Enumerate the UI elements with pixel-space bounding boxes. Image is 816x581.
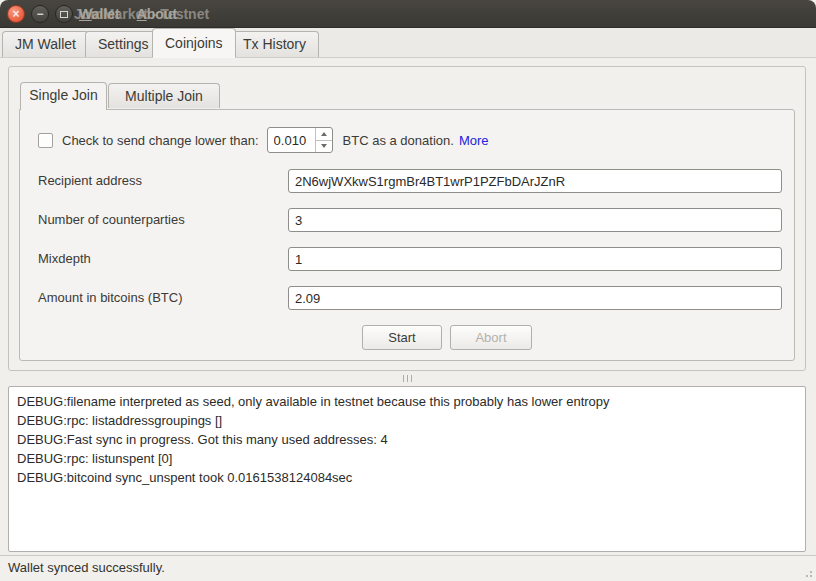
abort-button[interactable]: Abort — [450, 325, 532, 350]
counterparties-input[interactable] — [288, 208, 782, 232]
spin-down-button[interactable] — [316, 141, 332, 153]
main-tabbar: JM Wallet Settings Coinjoins Tx History — [0, 28, 816, 58]
spin-buttons — [315, 128, 332, 152]
recipient-address-label: Recipient address — [38, 169, 142, 193]
statusbar: Wallet synced successfully. — [0, 555, 816, 581]
recipient-address-input[interactable] — [288, 169, 782, 193]
minimize-icon[interactable]: − — [31, 5, 49, 23]
tab-jm-wallet[interactable]: JM Wallet — [2, 31, 89, 57]
menu-wallet[interactable]: Wallet — [79, 0, 120, 28]
counterparties-label: Number of counterparties — [38, 208, 185, 232]
mixdepth-input[interactable] — [288, 247, 782, 271]
spin-up-icon — [321, 132, 327, 136]
subtab-multiple-join[interactable]: Multiple Join — [108, 83, 220, 108]
spin-up-button[interactable] — [316, 128, 332, 141]
amount-btc-input[interactable] — [288, 286, 782, 310]
tab-tx-history[interactable]: Tx History — [230, 31, 319, 57]
menubar: Wallet About — [79, 0, 190, 28]
field-row: Amount in bitcoins (BTC) — [20, 286, 794, 310]
splitter-handle[interactable] — [395, 374, 419, 383]
coinjoins-frame: Single Join Multiple Join Check to send … — [8, 66, 806, 371]
spin-down-icon — [321, 144, 327, 148]
tab-coinjoins[interactable]: Coinjoins — [152, 28, 236, 58]
donation-checkbox[interactable] — [38, 133, 53, 148]
log-line: DEBUG:rpc: listaddressgroupings [] — [17, 411, 797, 430]
maximize-square — [60, 11, 68, 18]
debug-log[interactable]: DEBUG:filename interpreted as seed, only… — [8, 386, 806, 552]
donation-amount-spinbox[interactable] — [267, 127, 333, 153]
app-window: × − JoinMarket - Testnet Wallet About JM… — [0, 0, 816, 581]
status-message: Wallet synced successfully. — [8, 556, 165, 580]
menu-about[interactable]: About — [137, 0, 177, 28]
start-button[interactable]: Start — [362, 325, 442, 350]
field-row: Mixdepth — [20, 247, 794, 271]
donation-more-link[interactable]: More — [459, 133, 489, 148]
donation-amount-input[interactable] — [268, 128, 315, 152]
donation-checkbox-label: Check to send change lower than: — [62, 133, 259, 148]
resize-grip[interactable] — [802, 567, 812, 577]
mixdepth-label: Mixdepth — [38, 247, 91, 271]
log-line: DEBUG:Fast sync in progress. Got this ma… — [17, 430, 797, 449]
tab-settings[interactable]: Settings — [85, 31, 162, 57]
maximize-icon[interactable] — [55, 5, 73, 23]
donation-suffix-label: BTC as a donation. — [343, 133, 454, 148]
subtab-single-join[interactable]: Single Join — [20, 82, 107, 110]
log-line: DEBUG:filename interpreted as seed, only… — [17, 392, 797, 411]
close-icon[interactable]: × — [7, 5, 25, 23]
field-row: Number of counterparties — [20, 208, 794, 232]
log-line: DEBUG:rpc: listunspent [0] — [17, 449, 797, 468]
donation-row: Check to send change lower than: BTC as … — [38, 126, 489, 154]
single-join-pane: Check to send change lower than: BTC as … — [19, 109, 795, 361]
field-row: Recipient address — [20, 169, 794, 193]
titlebar: × − JoinMarket - Testnet Wallet About — [0, 0, 816, 28]
amount-btc-label: Amount in bitcoins (BTC) — [38, 286, 183, 310]
log-line: DEBUG:bitcoind sync_unspent took 0.01615… — [17, 468, 797, 487]
